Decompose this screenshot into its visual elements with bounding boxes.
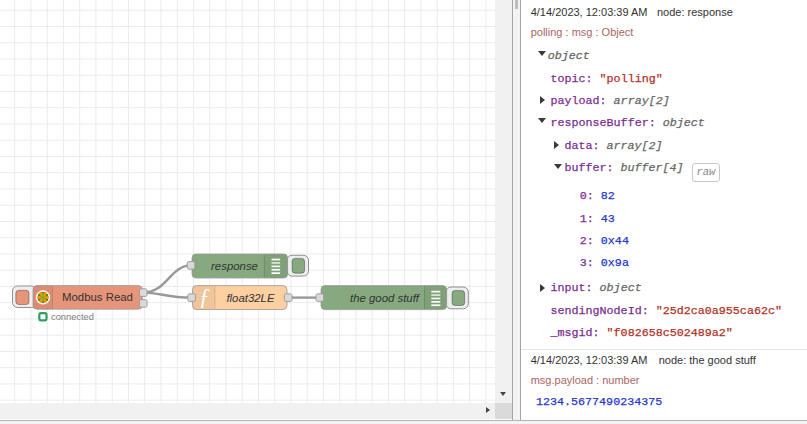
svg-text:ƒ: ƒ (199, 284, 210, 309)
svg-text:response: response (211, 260, 258, 272)
svg-text:Modbus Read: Modbus Read (62, 291, 133, 303)
svg-text:connected: connected (51, 312, 94, 322)
svg-text:float32LE: float32LE (226, 292, 275, 304)
svg-text:the good stuff: the good stuff (350, 292, 421, 304)
